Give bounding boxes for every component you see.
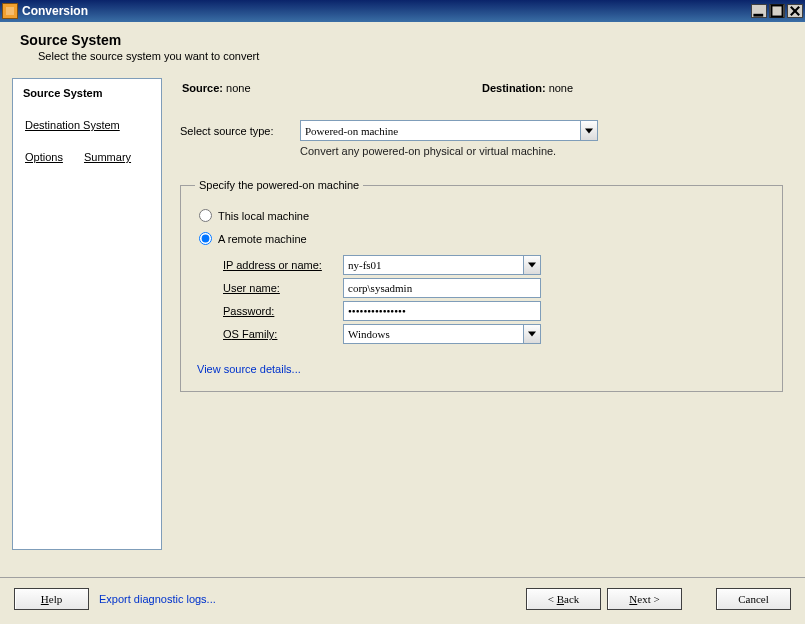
minimize-button[interactable] <box>751 4 767 18</box>
ip-combo[interactable] <box>343 255 541 275</box>
titlebar: Conversion <box>0 0 805 22</box>
select-source-type-label: Select source type: <box>180 125 300 137</box>
fieldset-legend: Specify the powered-on machine <box>195 179 363 191</box>
source-label: Source: <box>182 82 223 94</box>
source-type-hint: Convert any powered-on physical or virtu… <box>300 145 783 157</box>
close-button[interactable] <box>787 4 803 18</box>
password-input[interactable] <box>343 301 541 321</box>
os-combo[interactable] <box>343 324 541 344</box>
maximize-button[interactable] <box>769 4 785 18</box>
ip-input[interactable] <box>343 255 523 275</box>
os-input[interactable] <box>343 324 523 344</box>
destination-value: none <box>549 82 573 94</box>
header: Source System Select the source system y… <box>0 22 805 78</box>
radio-remote-machine[interactable]: A remote machine <box>199 232 768 245</box>
destination-label: Destination: <box>482 82 546 94</box>
view-source-details-link[interactable]: View source details... <box>197 363 301 375</box>
radio-remote-label: A remote machine <box>218 233 307 245</box>
radio-local-input[interactable] <box>199 209 212 222</box>
svg-marker-6 <box>528 332 536 337</box>
page-title: Source System <box>20 32 785 48</box>
back-button[interactable]: < Back <box>526 588 601 610</box>
radio-remote-input[interactable] <box>199 232 212 245</box>
main-panel: Source: none Destination: none Select so… <box>170 78 793 550</box>
next-button[interactable]: Next > <box>607 588 682 610</box>
app-icon <box>2 3 18 19</box>
source-type-input[interactable] <box>300 120 580 141</box>
export-logs-link[interactable]: Export diagnostic logs... <box>99 593 216 605</box>
specify-machine-fieldset: Specify the powered-on machine This loca… <box>180 179 783 392</box>
footer: Help Export diagnostic logs... < Back Ne… <box>0 577 805 624</box>
source-type-combo[interactable] <box>300 120 598 141</box>
chevron-down-icon[interactable] <box>523 255 541 275</box>
source-value: none <box>226 82 250 94</box>
sidebar-item-source-system[interactable]: Source System <box>15 85 159 101</box>
radio-local-machine[interactable]: This local machine <box>199 209 768 222</box>
radio-local-label: This local machine <box>218 210 309 222</box>
sidebar-item-options[interactable]: Options <box>17 149 71 165</box>
ip-label: IP address or name: <box>223 259 343 271</box>
username-label: User name: <box>223 282 343 294</box>
sidebar-item-destination-system[interactable]: Destination System <box>17 117 128 133</box>
chevron-down-icon[interactable] <box>580 120 598 141</box>
page-subtitle: Select the source system you want to con… <box>38 50 785 62</box>
os-family-label: OS Family: <box>223 328 343 340</box>
svg-marker-4 <box>585 128 593 133</box>
sidebar-item-summary[interactable]: Summary <box>76 149 139 165</box>
password-label: Password: <box>223 305 343 317</box>
svg-rect-1 <box>771 5 782 16</box>
username-input[interactable] <box>343 278 541 298</box>
svg-marker-5 <box>528 263 536 268</box>
wizard-sidebar: Source System Destination System Options… <box>12 78 162 550</box>
chevron-down-icon[interactable] <box>523 324 541 344</box>
svg-rect-0 <box>753 14 763 17</box>
window-title: Conversion <box>22 4 751 18</box>
help-button[interactable]: Help <box>14 588 89 610</box>
cancel-button[interactable]: Cancel <box>716 588 791 610</box>
